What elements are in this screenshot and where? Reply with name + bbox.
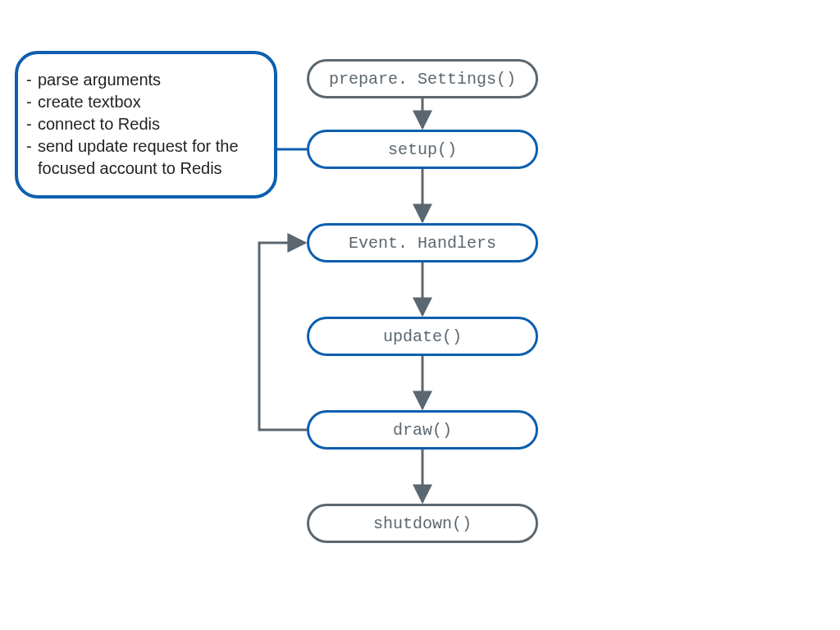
node-label: setup() xyxy=(388,140,457,159)
node-event-handlers: Event. Handlers xyxy=(307,223,538,262)
list-item-label: connect to Redis xyxy=(38,113,261,135)
setup-description-box: - parse arguments - create textbox - con… xyxy=(15,51,277,199)
node-label: Event. Handlers xyxy=(349,234,496,253)
node-update: update() xyxy=(307,317,538,356)
bullet-dash-icon: - xyxy=(26,135,38,180)
node-label: draw() xyxy=(393,421,452,440)
bullet-dash-icon: - xyxy=(26,91,38,113)
bullet-dash-icon: - xyxy=(26,113,38,135)
list-item-label: parse arguments xyxy=(38,69,261,91)
list-item: - send update request for the focused ac… xyxy=(26,135,261,180)
list-item: - parse arguments xyxy=(26,69,261,91)
bullet-dash-icon: - xyxy=(26,69,38,91)
node-draw: draw() xyxy=(307,410,538,450)
node-prepare-settings: prepare. Settings() xyxy=(307,59,538,98)
list-item-label: create textbox xyxy=(38,91,261,113)
node-setup: setup() xyxy=(307,130,538,169)
node-label: update() xyxy=(383,327,462,346)
list-item-label: send update request for the focused acco… xyxy=(38,135,261,180)
node-shutdown: shutdown() xyxy=(307,504,538,543)
list-item: - connect to Redis xyxy=(26,113,261,135)
node-label: prepare. Settings() xyxy=(329,70,516,89)
node-label: shutdown() xyxy=(373,514,472,533)
list-item: - create textbox xyxy=(26,91,261,113)
